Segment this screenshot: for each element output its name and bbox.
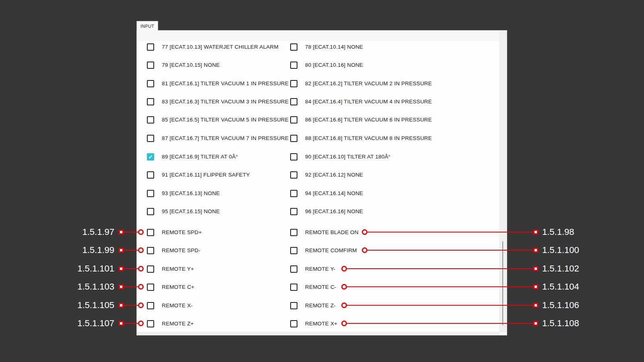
checkbox-label: 78 [ECAT.10.14] NONE bbox=[305, 44, 363, 50]
annotation-square-marker bbox=[119, 248, 124, 253]
checkbox-label: 93 [ECAT.16.13] NONE bbox=[162, 190, 220, 196]
annotation-label: 1.5.1.107 bbox=[58, 318, 114, 329]
checkbox-label: 88 [ECAT.16.8] TILTER VACUUM 8 IN PRESSU… bbox=[305, 135, 432, 141]
annotation-square-marker bbox=[533, 303, 538, 308]
annotation-square-marker bbox=[119, 266, 124, 271]
checkbox-label: REMOTE Z+ bbox=[162, 321, 194, 327]
checkbox-remote-spd[interactable] bbox=[147, 247, 154, 254]
checkbox-label: REMOTE X+ bbox=[305, 321, 337, 327]
input-panel: 77 [ECAT.10.13] WATERJET CHILLER ALARM78… bbox=[136, 30, 507, 335]
checkbox-remote-z[interactable] bbox=[290, 302, 297, 309]
checkbox-82-ecat-16-2-tilter-vacuum-2-in-pressure[interactable] bbox=[290, 80, 297, 87]
checkbox-93-ecat-16-13-none[interactable] bbox=[147, 190, 154, 197]
checkbox-remote-c[interactable] bbox=[290, 284, 297, 291]
annotation-label: 1.5.1.104 bbox=[542, 281, 579, 292]
vertical-scrollbar-thumb[interactable] bbox=[502, 241, 503, 325]
checkbox-remote-y[interactable] bbox=[290, 265, 297, 273]
annotation-label: 1.5.1.100 bbox=[542, 245, 579, 256]
checkbox-90-ecat-16-10-tilter-at-180[interactable] bbox=[290, 153, 297, 160]
checkbox-96-ecat-16-16-none[interactable] bbox=[290, 208, 297, 215]
checkbox-label: 86 [ECAT.16.6] TILTER VACUUM 6 IN PRESSU… bbox=[305, 117, 432, 123]
vertical-scrollbar-track[interactable] bbox=[499, 31, 506, 333]
checkbox-94-ecat-16-14-none[interactable] bbox=[290, 190, 297, 197]
checkbox-80-ecat-10-16-none[interactable] bbox=[290, 62, 297, 69]
tab-input-label: INPUT bbox=[140, 24, 154, 29]
checkbox-label: REMOTE C+ bbox=[162, 284, 194, 290]
checkbox-label: 90 [ECAT.16.10] TILTER AT 180Â° bbox=[305, 154, 390, 160]
checkbox-77-ecat-10-13-waterjet-chiller-alarm[interactable] bbox=[147, 43, 154, 51]
checkbox-label: 91 [ECAT.16.11] FLIPPER SAFETY bbox=[162, 172, 250, 178]
annotation-label: 1.5.1.103 bbox=[58, 281, 114, 292]
annotation-square-marker bbox=[119, 321, 124, 326]
checkbox-87-ecat-16-7-tilter-vacuum-7-in-pressure[interactable] bbox=[147, 135, 154, 142]
checkbox-83-ecat-16-3-tilter-vacuum-3-in-pressure[interactable] bbox=[147, 98, 154, 105]
annotation-square-marker bbox=[533, 321, 538, 326]
checkbox-95-ecat-16-15-none[interactable] bbox=[147, 208, 154, 215]
panel-top-strip bbox=[137, 31, 507, 41]
checkbox-88-ecat-16-8-tilter-vacuum-8-in-pressure[interactable] bbox=[290, 135, 297, 142]
checkbox-label: REMOTE SPD+ bbox=[162, 229, 202, 235]
checkbox-78-ecat-10-14-none[interactable] bbox=[290, 43, 297, 51]
checkbox-label: REMOTE C- bbox=[305, 284, 336, 290]
annotation-square-marker bbox=[119, 230, 124, 234]
annotation-label: 1.5.1.102 bbox=[542, 263, 579, 274]
annotation-label: 1.5.1.105 bbox=[58, 300, 114, 311]
checkbox-remote-c[interactable] bbox=[147, 284, 154, 291]
checkbox-label: 87 [ECAT.16.7] TILTER VACUUM 7 IN PRESSU… bbox=[162, 135, 289, 141]
checkbox-label: 77 [ECAT.10.13] WATERJET CHILLER ALARM bbox=[162, 44, 279, 50]
annotation-square-marker bbox=[533, 230, 538, 234]
checkbox-86-ecat-16-6-tilter-vacuum-6-in-pressure[interactable] bbox=[290, 116, 297, 123]
checkbox-label: 85 [ECAT.16.5] TILTER VACUUM 5 IN PRESSU… bbox=[162, 117, 289, 123]
annotation-label: 1.5.1.101 bbox=[58, 263, 114, 274]
checkbox-81-ecat-16-1-tilter-vacuum-1-in-pressure[interactable] bbox=[147, 80, 154, 87]
tab-input[interactable]: INPUT bbox=[136, 21, 158, 31]
checkbox-label: REMOTE SPD- bbox=[162, 247, 200, 253]
annotation-square-marker bbox=[119, 303, 124, 308]
checkbox-label: 79 [ECAT.10.15] NONE bbox=[162, 62, 220, 68]
checkbox-85-ecat-16-5-tilter-vacuum-5-in-pressure[interactable] bbox=[147, 116, 154, 123]
checkbox-remote-y[interactable] bbox=[147, 265, 154, 273]
checkbox-label: REMOTE Y+ bbox=[162, 266, 194, 272]
checkbox-remote-spd[interactable] bbox=[147, 229, 154, 236]
checkbox-label: REMOTE X- bbox=[162, 302, 193, 309]
checkbox-remote-comfirm[interactable] bbox=[290, 247, 297, 254]
screen-background: INPUT 77 [ECAT.10.13] WATERJET CHILLER A… bbox=[0, 0, 644, 362]
annotation-square-marker bbox=[533, 266, 538, 271]
checkbox-label: 95 [ECAT.16.15] NONE bbox=[162, 208, 220, 214]
checkbox-remote-blade-on[interactable] bbox=[290, 229, 297, 236]
annotation-label: 1.5.1.99 bbox=[58, 245, 114, 256]
checkbox-label: 96 [ECAT.16.16] NONE bbox=[305, 208, 363, 214]
checkbox-label: 92 [ECAT.16.12] NONE bbox=[305, 172, 363, 178]
check-icon: ✓ bbox=[148, 154, 153, 160]
checkbox-label: 83 [ECAT.16.3] TILTER VACUUM 3 IN PRESSU… bbox=[162, 99, 289, 105]
checkbox-remote-x[interactable] bbox=[290, 320, 297, 327]
checkbox-91-ecat-16-11-flipper-safety[interactable] bbox=[147, 171, 154, 179]
annotation-label: 1.5.1.98 bbox=[542, 226, 574, 238]
checkbox-89-ecat-16-9-tilter-at-0[interactable]: ✓ bbox=[147, 153, 154, 160]
checkbox-label: REMOTE BLADE ON bbox=[305, 229, 359, 235]
annotation-square-marker bbox=[119, 284, 124, 289]
horizontal-scrollbar-track[interactable] bbox=[137, 332, 500, 335]
annotation-label: 1.5.1.97 bbox=[58, 226, 114, 238]
checkbox-remote-x[interactable] bbox=[147, 302, 154, 309]
annotation-label: 1.5.1.106 bbox=[542, 300, 579, 311]
annotation-square-marker bbox=[533, 248, 538, 253]
checkbox-84-ecat-16-4-tilter-vacuum-4-in-pressure[interactable] bbox=[290, 98, 297, 105]
checkbox-remote-z[interactable] bbox=[147, 320, 154, 327]
checkbox-label: 82 [ECAT.16.2] TILTER VACUUM 2 IN PRESSU… bbox=[305, 80, 432, 86]
checkbox-label: REMOTE Y- bbox=[305, 266, 335, 272]
checkbox-label: REMOTE COMFIRM bbox=[305, 247, 357, 253]
checkbox-label: REMOTE Z- bbox=[305, 302, 336, 309]
checkbox-79-ecat-10-15-none[interactable] bbox=[147, 62, 154, 69]
annotation-square-marker bbox=[533, 284, 538, 289]
annotation-label: 1.5.1.108 bbox=[542, 318, 579, 329]
checkbox-label: 84 [ECAT.16.4] TILTER VACUUM 4 IN PRESSU… bbox=[305, 99, 432, 105]
checkbox-label: 80 [ECAT.10.16] NONE bbox=[305, 62, 363, 68]
checkbox-label: 81 [ECAT.16.1] TILTER VACUUM 1 IN PRESSU… bbox=[162, 80, 289, 86]
checkbox-92-ecat-16-12-none[interactable] bbox=[290, 171, 297, 179]
checkbox-label: 89 [ECAT.16.9] TILTER AT 0Â° bbox=[162, 154, 238, 160]
checkbox-label: 94 [ECAT.16.14] NONE bbox=[305, 190, 363, 196]
